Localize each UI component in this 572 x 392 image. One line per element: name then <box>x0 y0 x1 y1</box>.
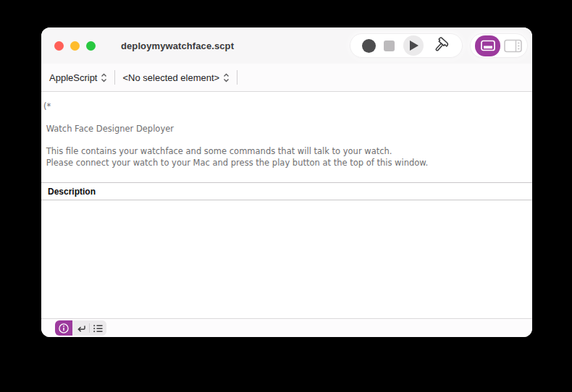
info-icon <box>58 323 70 334</box>
language-popup-label: AppleScript <box>49 72 97 83</box>
log-tab-button[interactable] <box>90 320 106 336</box>
list-icon <box>92 323 104 334</box>
status-bar <box>41 318 532 337</box>
panel-toggles-group <box>470 33 528 58</box>
navbar-separator <box>114 70 115 85</box>
inspector-toggle-button[interactable] <box>503 38 523 54</box>
record-icon <box>362 39 376 53</box>
chevron-updown-icon <box>223 73 230 82</box>
description-content-area[interactable] <box>41 200 532 318</box>
hammer-icon <box>432 36 450 55</box>
chevron-updown-icon <box>101 73 107 82</box>
result-log-segments <box>72 320 106 336</box>
inspector-icon <box>503 38 523 54</box>
navbar-separator <box>237 70 237 85</box>
element-popup-label: <No selected element> <box>122 72 219 83</box>
language-popup[interactable]: AppleScript <box>48 71 109 85</box>
record-button[interactable] <box>362 39 376 53</box>
run-controls-group <box>350 33 463 58</box>
stop-button[interactable] <box>384 41 395 51</box>
navigation-bar: AppleScript <No selected element> <box>41 64 532 92</box>
run-button[interactable] <box>403 35 424 56</box>
window-title: deploymywatchface.scpt <box>121 41 234 51</box>
script-comment-text: (* Watch Face Designer Deployer This fil… <box>43 101 528 169</box>
script-editor-window: deploymywatchface.scpt <box>41 27 532 337</box>
titlebar: deploymywatchface.scpt <box>41 27 532 64</box>
toolbar <box>350 33 528 58</box>
description-tab-button[interactable] <box>55 320 72 336</box>
compile-button[interactable] <box>432 36 450 55</box>
zoom-button[interactable] <box>86 41 96 51</box>
close-button[interactable] <box>54 41 64 51</box>
script-text-area[interactable]: (* Watch Face Designer Deployer This fil… <box>41 92 532 182</box>
description-header-label: Description <box>48 187 96 197</box>
result-tab-button[interactable] <box>72 320 89 336</box>
minimize-button[interactable] <box>70 41 80 51</box>
return-arrow-icon <box>75 323 87 334</box>
play-icon <box>410 41 419 51</box>
accessory-view-switcher <box>55 320 106 336</box>
accessory-panel-header: Description <box>41 182 532 200</box>
accessory-view-toggle-button[interactable] <box>475 35 500 56</box>
accessory-view-icon <box>480 39 496 52</box>
element-popup[interactable]: <No selected element> <box>121 71 231 85</box>
stop-icon <box>384 41 395 51</box>
traffic-lights <box>54 41 96 51</box>
